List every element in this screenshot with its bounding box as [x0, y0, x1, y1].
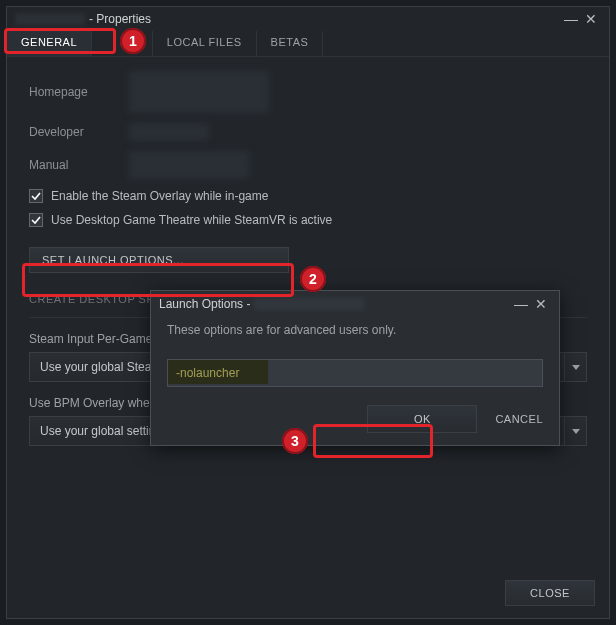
developer-value-redacted: [129, 123, 209, 141]
tab-local-files[interactable]: LOCAL FILES: [153, 31, 257, 56]
close-icon[interactable]: ✕: [531, 294, 551, 314]
set-launch-options-button[interactable]: SET LAUNCH OPTIONS...: [29, 247, 289, 273]
dialog-game-name-redacted: [254, 298, 364, 310]
launch-options-input[interactable]: [167, 359, 543, 387]
titlebar: - Properties — ✕: [7, 7, 609, 31]
check-theatre-row[interactable]: Use Desktop Game Theatre while SteamVR i…: [29, 213, 587, 227]
tab-general[interactable]: GENERAL: [7, 31, 92, 56]
manual-label: Manual: [29, 158, 129, 172]
minimize-icon[interactable]: —: [561, 9, 581, 29]
game-name-redacted: [15, 13, 85, 25]
tabs: GENERAL ES LOCAL FILES BETAS: [7, 31, 609, 57]
dialog-title: Launch Options -: [159, 297, 250, 311]
check-overlay-label: Enable the Steam Overlay while in-game: [51, 189, 268, 203]
homepage-value-redacted: [129, 71, 269, 113]
row-developer: Developer: [29, 123, 587, 141]
chevron-down-icon[interactable]: [565, 416, 587, 446]
tab-betas[interactable]: BETAS: [257, 31, 324, 56]
dialog-titlebar: Launch Options - — ✕: [151, 291, 559, 317]
minimize-icon[interactable]: —: [511, 294, 531, 314]
chevron-down-icon[interactable]: [565, 352, 587, 382]
launch-options-dialog: Launch Options - — ✕ These options are f…: [150, 290, 560, 446]
dialog-hint: These options are for advanced users onl…: [167, 323, 543, 337]
checkbox-overlay[interactable]: [29, 189, 43, 203]
row-manual: Manual: [29, 151, 587, 179]
homepage-label: Homepage: [29, 85, 129, 99]
tab-updates[interactable]: ES: [92, 31, 153, 56]
manual-value-redacted: [129, 151, 249, 179]
developer-label: Developer: [29, 125, 129, 139]
close-icon[interactable]: ✕: [581, 9, 601, 29]
footer: CLOSE: [505, 580, 595, 606]
close-button[interactable]: CLOSE: [505, 580, 595, 606]
check-theatre-label: Use Desktop Game Theatre while SteamVR i…: [51, 213, 332, 227]
ok-button[interactable]: OK: [367, 405, 477, 433]
check-overlay-row[interactable]: Enable the Steam Overlay while in-game: [29, 189, 587, 203]
window-title: - Properties: [89, 12, 151, 26]
checkbox-theatre[interactable]: [29, 213, 43, 227]
cancel-button[interactable]: CANCEL: [495, 413, 543, 425]
row-homepage: Homepage: [29, 71, 587, 113]
